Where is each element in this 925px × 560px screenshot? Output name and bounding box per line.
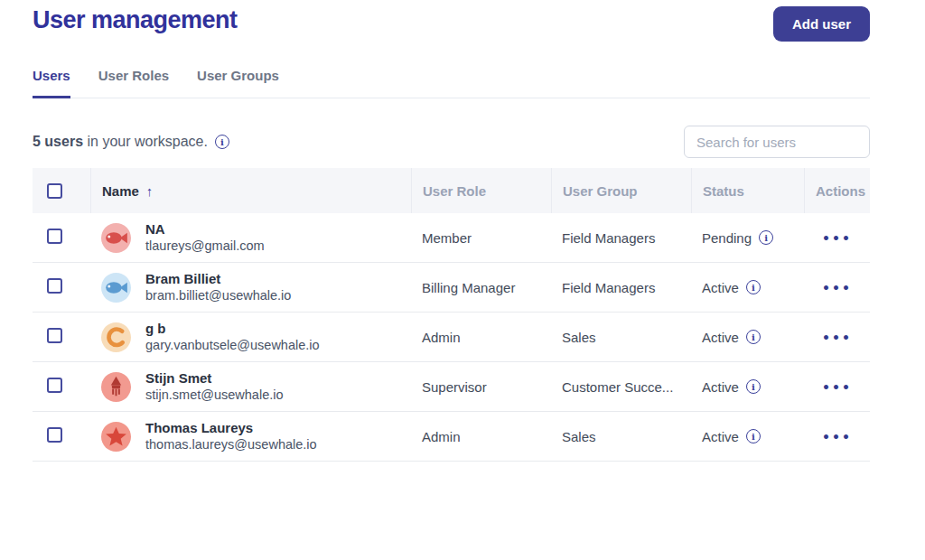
actions-cell: ••• [804, 280, 870, 295]
user-identity: NA tlaureys@gmail.com [145, 220, 265, 255]
header-actions: Actions [804, 168, 870, 213]
user-email: bram.billiet@usewhale.io [145, 287, 291, 304]
status-label: Active [702, 330, 739, 345]
row-checkbox[interactable] [47, 278, 62, 294]
row-select-cell [33, 427, 90, 445]
user-cell: g b gary.vanbutsele@usewhale.io [90, 320, 411, 354]
header-name-label: Name [102, 183, 139, 199]
table-row: Thomas Laureys thomas.laureys@usewhale.i… [33, 412, 870, 462]
user-name: Bram Billiet [145, 270, 291, 288]
user-group: Field Managers [551, 280, 691, 295]
tab-bar: Users User Roles User Groups [33, 68, 870, 98]
tab-user-roles[interactable]: User Roles [98, 68, 169, 98]
workspace-summary: 5 users in your workspace. i [33, 134, 229, 150]
fish-icon [101, 273, 131, 303]
user-group: Sales [551, 330, 691, 345]
user-name: Stijn Smet [145, 369, 284, 387]
status-cell: Active i [691, 379, 804, 395]
status-label: Pending [702, 230, 752, 246]
summary-info-icon[interactable]: i [215, 135, 229, 149]
header-select-all-cell [33, 168, 90, 213]
meta-row: 5 users in your workspace. i [33, 126, 870, 158]
actions-cell: ••• [804, 429, 870, 444]
add-user-button[interactable]: Add user [773, 6, 870, 42]
status-label: Active [702, 280, 739, 295]
row-checkbox[interactable] [47, 229, 62, 244]
row-actions-menu-icon[interactable]: ••• [822, 281, 852, 295]
user-management-page: User management Add user Users User Role… [0, 0, 925, 462]
squid-icon [101, 372, 131, 402]
row-checkbox[interactable] [47, 427, 62, 443]
user-role: Member [411, 230, 551, 246]
summary-suffix: in your workspace. [83, 134, 208, 149]
actions-cell: ••• [804, 230, 870, 246]
user-identity: Thomas Laureys thomas.laureys@usewhale.i… [145, 419, 317, 453]
table-row: Stijn Smet stijn.smet@usewhale.io Superv… [33, 362, 870, 412]
user-name: g b [145, 320, 320, 338]
sort-ascending-icon[interactable]: ↑ [146, 183, 154, 199]
row-select-cell [33, 378, 90, 396]
user-group: Field Managers [551, 230, 691, 246]
user-count: 5 users [33, 134, 83, 149]
row-select-cell [33, 328, 90, 346]
status-cell: Active i [691, 280, 804, 295]
status-cell: Active i [691, 429, 804, 444]
user-email: gary.vanbutsele@usewhale.io [145, 337, 320, 354]
fish-icon [101, 223, 131, 253]
user-cell: Thomas Laureys thomas.laureys@usewhale.i… [90, 419, 411, 453]
user-role: Billing Manager [411, 280, 551, 295]
row-select-cell [33, 278, 90, 296]
users-table: Name ↑ User Role User Group Status Actio… [33, 168, 870, 462]
header-user-role: User Role [411, 168, 551, 213]
tab-user-groups[interactable]: User Groups [197, 68, 279, 98]
user-group: Sales [551, 429, 691, 444]
status-label: Active [702, 429, 739, 444]
user-identity: g b gary.vanbutsele@usewhale.io [145, 320, 320, 354]
summary-text: 5 users in your workspace. [33, 134, 208, 150]
starfish-icon [101, 422, 131, 452]
table-row: Bram Billiet bram.billiet@usewhale.io Bi… [33, 263, 870, 313]
user-name: Thomas Laureys [145, 419, 317, 437]
user-group: Customer Succe... [551, 379, 691, 395]
status-info-icon[interactable]: i [746, 379, 761, 394]
header-status: Status [691, 168, 804, 213]
row-actions-menu-icon[interactable]: ••• [822, 331, 852, 345]
row-actions-menu-icon[interactable]: ••• [822, 380, 852, 395]
row-checkbox[interactable] [47, 328, 62, 343]
row-actions-menu-icon[interactable]: ••• [822, 231, 852, 246]
status-info-icon[interactable]: i [759, 230, 773, 245]
user-cell: Bram Billiet bram.billiet@usewhale.io [90, 270, 411, 304]
status-cell: Active i [691, 330, 804, 345]
status-cell: Pending i [691, 230, 804, 246]
select-all-checkbox[interactable] [47, 183, 62, 199]
user-role: Admin [411, 330, 551, 345]
user-email: thomas.laureys@usewhale.io [145, 436, 317, 453]
status-info-icon[interactable]: i [746, 429, 761, 443]
table-body: NA tlaureys@gmail.com Member Field Manag… [33, 213, 870, 462]
row-checkbox[interactable] [47, 378, 62, 393]
search-input[interactable] [684, 126, 870, 158]
user-cell: NA tlaureys@gmail.com [90, 220, 411, 255]
status-label: Active [702, 379, 739, 395]
page-title: User management [33, 6, 238, 34]
table-header-row: Name ↑ User Role User Group Status Actio… [33, 168, 870, 213]
row-actions-menu-icon[interactable]: ••• [822, 430, 852, 444]
table-row: NA tlaureys@gmail.com Member Field Manag… [33, 213, 870, 263]
user-email: stijn.smet@usewhale.io [145, 387, 284, 404]
user-email: tlaureys@gmail.com [145, 238, 265, 255]
user-identity: Bram Billiet bram.billiet@usewhale.io [145, 270, 291, 304]
header-name[interactable]: Name ↑ [90, 168, 411, 213]
row-select-cell [33, 229, 90, 247]
page-header: User management Add user [33, 0, 870, 42]
status-info-icon[interactable]: i [746, 280, 761, 294]
user-cell: Stijn Smet stijn.smet@usewhale.io [90, 369, 411, 404]
user-identity: Stijn Smet stijn.smet@usewhale.io [145, 369, 284, 404]
actions-cell: ••• [804, 330, 870, 345]
user-role: Supervisor [411, 379, 551, 395]
tab-users[interactable]: Users [33, 68, 70, 98]
table-row: g b gary.vanbutsele@usewhale.io Admin Sa… [33, 313, 870, 362]
shrimp-icon [101, 322, 131, 352]
user-role: Admin [411, 429, 551, 444]
header-user-group: User Group [551, 168, 691, 213]
status-info-icon[interactable]: i [746, 330, 761, 344]
